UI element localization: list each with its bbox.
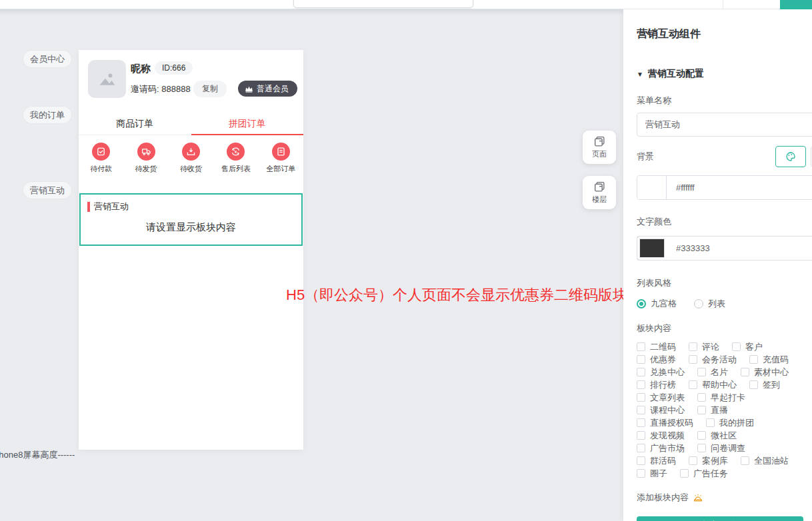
checkbox-icon xyxy=(637,368,645,376)
checkbox-gas-station[interactable]: 全国油站 xyxy=(741,455,789,467)
background-color-value-input[interactable] xyxy=(667,176,812,199)
checkbox-icon xyxy=(637,393,645,402)
checkbox-label: 早起打卡 xyxy=(711,392,745,404)
member-badge-label: 普通会员 xyxy=(257,83,289,95)
checkbox-case-library[interactable]: 案例库 xyxy=(689,455,728,467)
copy-button[interactable]: 复制 xyxy=(193,81,227,97)
checkbox-icon xyxy=(697,393,706,402)
checkbox-label: 案例库 xyxy=(702,455,728,467)
checkbox-material-center[interactable]: 素材中心 xyxy=(741,366,789,378)
order-shortcuts: 待付款 待发货 待收货 xyxy=(79,143,303,180)
sidebar-title: 营销互动组件 xyxy=(637,27,812,41)
checkbox-icon xyxy=(637,406,645,414)
background-label: 背景 xyxy=(637,151,654,163)
checkbox-business-card[interactable]: 名片 xyxy=(697,366,728,378)
shortcut-label: 待发货 xyxy=(135,164,157,174)
text-color-swatch[interactable] xyxy=(637,237,667,260)
tab-groupon-orders[interactable]: 拼团订单 xyxy=(191,113,304,135)
topbar-search-input[interactable] xyxy=(293,0,473,8)
checkbox-survey[interactable]: 问卷调查 xyxy=(697,442,745,454)
checkbox-icon xyxy=(637,380,645,389)
alarm-icon[interactable] xyxy=(693,492,703,503)
checkbox-article-list[interactable]: 文章列表 xyxy=(637,392,685,404)
checkbox-label: 优惠券 xyxy=(650,354,676,366)
checkbox-icon xyxy=(741,368,749,376)
radio-grid-style[interactable]: 九宫格 xyxy=(637,298,677,310)
after-sale-refresh-icon: ¥ xyxy=(227,143,245,161)
checkbox-live-auth-code[interactable]: 直播授权码 xyxy=(637,417,693,429)
text-color-field[interactable] xyxy=(637,236,812,260)
checkbox-meeting-activity[interactable]: 会务活动 xyxy=(689,354,737,366)
add-more-button[interactable]: 添加更多 xyxy=(637,516,803,521)
menu-name-input[interactable] xyxy=(637,113,812,137)
checkbox-icon xyxy=(697,431,706,440)
checkbox-icon xyxy=(637,456,645,465)
topbar-accent-button[interactable] xyxy=(780,0,812,9)
checkbox-live[interactable]: 直播 xyxy=(697,404,728,416)
checkbox-icon xyxy=(689,342,697,351)
checkbox-exchange-center[interactable]: 兑换中心 xyxy=(637,366,685,378)
background-row: 背景 xyxy=(637,146,812,167)
checkbox-icon xyxy=(697,444,706,452)
checkbox-sign-in[interactable]: 签到 xyxy=(749,379,780,391)
float-button-floor[interactable]: 楼层 xyxy=(583,176,616,209)
checkbox-ranking[interactable]: 排行榜 xyxy=(637,379,676,391)
background-color-mode-button[interactable] xyxy=(775,146,806,167)
float-button-page[interactable]: 页面 xyxy=(583,131,616,164)
checkbox-help-center[interactable]: 帮助中心 xyxy=(689,379,737,391)
checkbox-icon xyxy=(706,418,715,427)
checkbox-recharge-code[interactable]: 充值码 xyxy=(749,354,789,366)
order-tabs: 商品订单 拼团订单 xyxy=(79,113,303,135)
checkbox-course-center[interactable]: 课程中心 xyxy=(637,404,685,416)
checkbox-label: 我的拼团 xyxy=(719,417,754,429)
topbar xyxy=(0,0,812,9)
text-color-value-input[interactable] xyxy=(667,237,812,260)
radio-list-style[interactable]: 列表 xyxy=(694,298,725,310)
checkbox-qrcode[interactable]: 二维码 xyxy=(637,341,676,353)
tab-goods-orders[interactable]: 商品订单 xyxy=(79,113,191,135)
checkbox-icon xyxy=(689,355,697,364)
checkbox-customer[interactable]: 客户 xyxy=(732,341,763,353)
checkbox-coupon[interactable]: 优惠券 xyxy=(637,354,676,366)
checkbox-early-rise-card[interactable]: 早起打卡 xyxy=(697,392,745,404)
canvas-tag-member-center[interactable]: 会员中心 xyxy=(23,51,71,67)
shortcut-all-orders[interactable]: 全部订单 xyxy=(259,143,303,180)
radio-label: 列表 xyxy=(708,298,725,310)
truck-icon xyxy=(137,143,155,161)
invite-code: 邀请码: 888888 xyxy=(131,83,191,95)
checkbox-comment[interactable]: 评论 xyxy=(689,341,719,353)
checkbox-label: 签到 xyxy=(763,379,780,391)
shortcut-after-sale[interactable]: ¥ 售后列表 xyxy=(213,143,258,180)
topbar-divider xyxy=(723,0,723,9)
checkbox-discover-video[interactable]: 发现视频 xyxy=(637,430,685,442)
checkbox-label: 全国油站 xyxy=(754,455,789,467)
checkbox-label: 排行榜 xyxy=(650,379,676,391)
checkbox-label: 微社区 xyxy=(711,430,737,442)
checkbox-icon xyxy=(637,355,645,364)
section-header-marketing-config[interactable]: ▼ 营销互动配置 xyxy=(637,68,812,80)
checkbox-group-qr[interactable]: 群活码 xyxy=(637,455,676,467)
checkbox-label: 素材中心 xyxy=(754,366,789,378)
background-color-swatch[interactable] xyxy=(637,176,667,199)
checkbox-icon xyxy=(637,444,645,452)
checkbox-my-groupon[interactable]: 我的拼团 xyxy=(706,417,754,429)
shortcut-pending-receipt[interactable]: 待收货 xyxy=(169,143,213,180)
canvas-tag-my-orders[interactable]: 我的订单 xyxy=(23,107,71,123)
checkbox-micro-community[interactable]: 微社区 xyxy=(697,430,737,442)
config-sidebar: 营销互动组件 ▼ 营销互动配置 菜单名称 背景 xyxy=(623,9,812,521)
selected-marketing-block[interactable]: 营销互动 请设置显示板块内容 xyxy=(79,193,303,246)
invite-value: 888888 xyxy=(161,84,190,94)
background-color-field[interactable] xyxy=(637,175,812,200)
invite-label: 邀请码: xyxy=(131,84,161,94)
canvas-tag-marketing[interactable]: 营销互动 xyxy=(23,182,71,199)
checkbox-icon xyxy=(732,342,741,351)
checkbox-ad-task[interactable]: 广告任务 xyxy=(680,468,728,480)
list-style-label: 列表风格 xyxy=(637,277,812,289)
checkbox-label: 广告任务 xyxy=(693,468,728,480)
checkbox-label: 直播授权码 xyxy=(650,417,693,429)
shortcut-pending-shipment[interactable]: 待发货 xyxy=(123,143,168,180)
shortcut-pending-payment[interactable]: 待付款 xyxy=(79,143,123,180)
checkbox-label: 发现视频 xyxy=(650,430,685,442)
checkbox-circle[interactable]: 圈子 xyxy=(637,468,667,480)
checkbox-ad-market[interactable]: 广告市场 xyxy=(637,442,685,454)
